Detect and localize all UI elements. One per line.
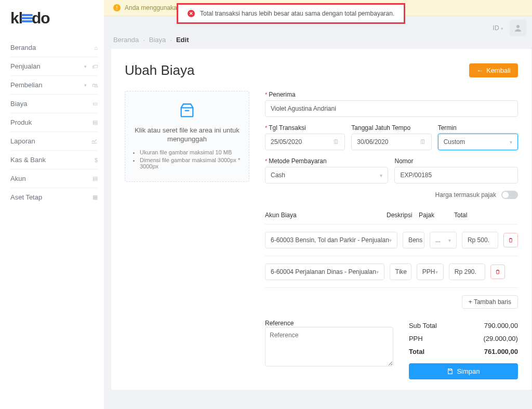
sidebar-item-label: Akun — [10, 175, 92, 182]
breadcrumb-home[interactable]: Beranda — [113, 36, 139, 44]
line-item: 6-60004 Perjalanan Dinas - Penjualan▾ Ti… — [265, 256, 518, 288]
trash-icon — [508, 237, 514, 243]
sidebar-item-biaya[interactable]: Biaya ▭ — [10, 95, 98, 113]
penerima-label: Penerima — [265, 91, 518, 98]
tgl-jatuh-input[interactable]: 30/06/2020🗓 — [351, 134, 431, 150]
tgl-transaksi-input[interactable]: 25/05/2020🗓 — [265, 134, 345, 150]
col-pajak: Pajak — [419, 212, 448, 219]
bag-icon: 🛍 — [92, 82, 98, 88]
line-total-input[interactable]: Rp 290. — [449, 263, 485, 280]
error-toast: ✕ Total transaksi harus lebih besar atau… — [177, 3, 405, 24]
sidebar-item-pembelian[interactable]: Pembelian ▾🛍 — [10, 76, 98, 95]
col-akun: Akun Biaya — [265, 212, 380, 219]
inbox-icon — [134, 102, 241, 121]
sidebar-item-aset-tetap[interactable]: Aset Tetap ▦ — [10, 188, 98, 206]
building-icon: ▦ — [92, 194, 98, 201]
chevron-down-icon: ▾ — [380, 173, 382, 178]
nomor-input[interactable]: EXP/00185 — [394, 167, 517, 183]
line-total-input[interactable]: Rp 500. — [462, 232, 498, 248]
logo-stripe-icon — [21, 13, 33, 23]
delete-line-button[interactable] — [490, 265, 505, 279]
sidebar-item-kas-bank[interactable]: Kas & Bank $ — [10, 151, 98, 169]
warning-icon: ! — [113, 4, 121, 11]
total-label: Total — [409, 348, 424, 355]
tgl-transaksi-label: Tgl Transaksi — [265, 124, 345, 131]
totals: Sub Total790.000,00 PPH(29.000,00) Total… — [409, 319, 518, 379]
penerima-input[interactable]: Violet Agustina Andriani — [265, 100, 518, 117]
svg-point-0 — [516, 25, 520, 28]
add-row-button[interactable]: + Tambah baris — [462, 295, 518, 309]
sidebar-item-beranda[interactable]: Beranda ⌂ — [10, 38, 98, 57]
save-button-label: Simpan — [457, 367, 480, 375]
chevron-down-icon: ▾ — [389, 238, 392, 243]
breadcrumb-section[interactable]: Biaya — [149, 36, 166, 44]
line-akun-select[interactable]: 6-60003 Bensin, Tol dan Parkir - Penjual… — [265, 232, 397, 248]
chevron-down-icon: ▾ — [448, 238, 451, 243]
upload-title: Klik atau seret file ke area ini untuk m… — [134, 126, 241, 144]
pph-value: (29.000,00) — [483, 335, 518, 342]
upload-hint: Dimensi file gambar maksimal 3000px * 30… — [140, 157, 241, 169]
chevron-down-icon: ▾ — [376, 269, 379, 275]
sidebar-item-label: Penjualan — [10, 62, 84, 70]
col-desk: Deskripsi — [387, 212, 416, 219]
pph-label: PPH — [409, 335, 423, 342]
line-pajak-select[interactable]: PPH▾ — [417, 263, 444, 280]
line-desk-input[interactable]: Tike — [390, 263, 411, 280]
form: Penerima Violet Agustina Andriani Tgl Tr… — [265, 91, 518, 379]
back-button[interactable]: ← Kembali — [469, 63, 518, 77]
line-pajak-select[interactable]: ...▾ — [430, 232, 457, 248]
upload-dropzone[interactable]: Klik atau seret file ke area ini untuk m… — [125, 91, 249, 182]
sidebar: kl do Beranda ⌂ Penjualan ▾🏷 Pembelian ▾… — [0, 0, 104, 409]
logo[interactable]: kl do — [10, 9, 98, 27]
avatar[interactable] — [510, 20, 526, 36]
upload-hint: Ukuran file gambar maksimal 10 MB — [140, 149, 241, 155]
tag-icon: 🏷 — [92, 63, 98, 70]
line-desk-input[interactable]: Bens — [403, 232, 424, 248]
arrow-left-icon: ← — [476, 67, 483, 74]
topbar-right: ID ▾ — [493, 20, 526, 36]
line-akun-select[interactable]: 6-60004 Perjalanan Dinas - Penjualan▾ — [265, 263, 384, 280]
sidebar-item-label: Beranda — [10, 44, 94, 51]
sidebar-item-laporan[interactable]: Laporan — [10, 132, 98, 151]
home-icon: ⌂ — [94, 45, 98, 51]
content: Ubah Biaya ← Kembali Klik atau seret fil… — [104, 49, 532, 409]
metode-select[interactable]: Cash▾ — [265, 167, 388, 183]
sidebar-item-penjualan[interactable]: Penjualan ▾🏷 — [10, 57, 98, 76]
subtotal-label: Sub Total — [409, 322, 437, 329]
chevron-down-icon: ▾ — [84, 83, 87, 88]
sidebar-item-akun[interactable]: Akun ▤ — [10, 169, 98, 188]
total-value: 761.000,00 — [484, 348, 518, 355]
save-button[interactable]: Simpan — [409, 363, 518, 379]
save-icon — [447, 368, 454, 375]
chevron-down-icon: ▾ — [84, 64, 87, 69]
line-header: Akun Biaya Deskripsi Pajak Total — [265, 206, 518, 225]
nomor-label: Nomor — [394, 157, 517, 165]
sidebar-item-label: Kas & Bank — [10, 156, 95, 164]
reference-textarea[interactable] — [265, 327, 393, 366]
metode-label: Metode Pembayaran — [265, 157, 388, 165]
locale-selector[interactable]: ID ▾ — [493, 24, 503, 32]
termin-label: Termin — [438, 124, 518, 131]
error-icon: ✕ — [188, 10, 195, 17]
main: ! Anda menggunakan contoh ... ... Anda ✕… — [104, 0, 532, 409]
sidebar-item-produk[interactable]: Produk ▤ — [10, 113, 98, 132]
list-icon: ▤ — [92, 175, 98, 182]
sidebar-item-label: Aset Tetap — [10, 193, 92, 201]
sidebar-item-label: Biaya — [10, 100, 92, 108]
termin-select[interactable]: Custom▾ — [438, 134, 518, 150]
chevron-down-icon: ▾ — [510, 139, 512, 145]
sidebar-item-label: Produk — [10, 118, 92, 126]
page-title: Ubah Biaya — [125, 62, 194, 78]
dollar-icon: $ — [95, 157, 98, 163]
tax-toggle-label: Harga termasuk pajak — [435, 191, 496, 199]
tgl-jatuh-label: Tanggal Jatuh Tempo — [351, 124, 431, 131]
tax-toggle-switch[interactable] — [501, 191, 518, 199]
line-item: 6-60003 Bensin, Tol dan Parkir - Penjual… — [265, 225, 518, 256]
calendar-icon: 🗓 — [333, 138, 339, 146]
col-total: Total — [454, 212, 494, 219]
card: Ubah Biaya ← Kembali Klik atau seret fil… — [111, 49, 531, 390]
delete-line-button[interactable] — [503, 233, 518, 247]
trash-icon — [495, 269, 501, 275]
gift-icon: ▤ — [92, 119, 98, 126]
sidebar-item-label: Pembelian — [10, 81, 84, 89]
